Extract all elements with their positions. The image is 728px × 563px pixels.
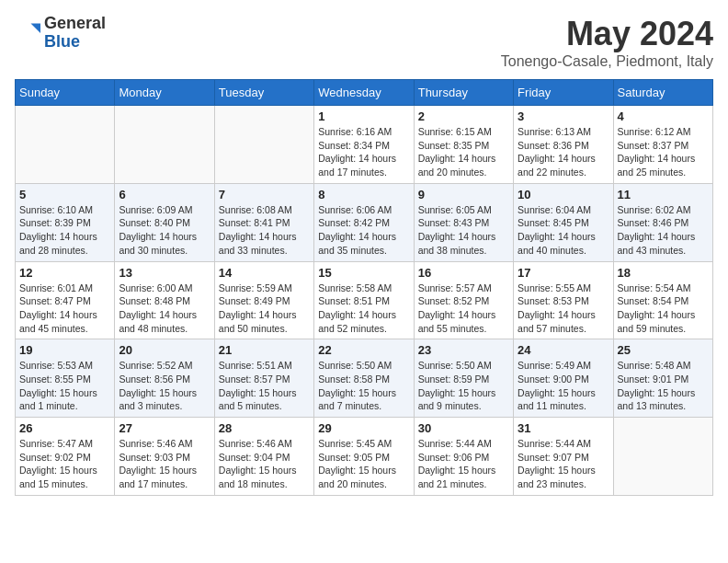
day-info: Sunrise: 6:16 AM Sunset: 8:34 PM Dayligh… xyxy=(318,125,409,179)
calendar-table: SundayMondayTuesdayWednesdayThursdayFrid… xyxy=(15,79,713,496)
month-year-title: May 2024 xyxy=(501,15,713,53)
calendar-day-cell: 25Sunrise: 5:48 AM Sunset: 9:01 PM Dayli… xyxy=(613,339,712,418)
day-info: Sunrise: 6:01 AM Sunset: 8:47 PM Dayligh… xyxy=(19,282,110,336)
day-number: 1 xyxy=(318,109,409,123)
calendar-day-cell: 20Sunrise: 5:52 AM Sunset: 8:56 PM Dayli… xyxy=(115,339,214,418)
calendar-day-cell: 8Sunrise: 6:06 AM Sunset: 8:42 PM Daylig… xyxy=(314,183,414,261)
day-info: Sunrise: 5:46 AM Sunset: 9:04 PM Dayligh… xyxy=(219,437,310,491)
day-info: Sunrise: 6:13 AM Sunset: 8:36 PM Dayligh… xyxy=(518,125,609,179)
day-number: 19 xyxy=(19,343,110,357)
day-number: 14 xyxy=(219,266,310,280)
logo-text: General Blue xyxy=(44,15,106,52)
day-info: Sunrise: 6:08 AM Sunset: 8:41 PM Dayligh… xyxy=(219,203,310,258)
day-number: 8 xyxy=(318,188,409,201)
day-number: 10 xyxy=(518,188,609,201)
day-number: 6 xyxy=(119,188,210,201)
day-info: Sunrise: 5:47 AM Sunset: 9:02 PM Dayligh… xyxy=(19,437,110,491)
weekday-header-wednesday: Wednesday xyxy=(314,80,414,106)
day-number: 26 xyxy=(19,421,110,435)
calendar-day-cell: 5Sunrise: 6:10 AM Sunset: 8:39 PM Daylig… xyxy=(16,183,115,261)
day-info: Sunrise: 5:48 AM Sunset: 9:01 PM Dayligh… xyxy=(618,359,709,413)
calendar-week-row: 19Sunrise: 5:53 AM Sunset: 8:55 PM Dayli… xyxy=(16,339,713,418)
day-number: 2 xyxy=(418,109,509,123)
calendar-day-cell: 9Sunrise: 6:05 AM Sunset: 8:43 PM Daylig… xyxy=(414,183,513,261)
page-header: General Blue May 2024 Tonengo-Casale, Pi… xyxy=(15,15,713,70)
day-number: 28 xyxy=(219,421,310,435)
calendar-week-row: 26Sunrise: 5:47 AM Sunset: 9:02 PM Dayli… xyxy=(16,418,713,496)
day-info: Sunrise: 5:46 AM Sunset: 9:03 PM Dayligh… xyxy=(119,437,210,491)
day-info: Sunrise: 5:50 AM Sunset: 8:59 PM Dayligh… xyxy=(418,359,509,413)
calendar-day-cell xyxy=(613,418,712,496)
location-subtitle: Tonengo-Casale, Piedmont, Italy xyxy=(501,53,713,70)
calendar-week-row: 1Sunrise: 6:16 AM Sunset: 8:34 PM Daylig… xyxy=(16,106,713,184)
day-info: Sunrise: 6:10 AM Sunset: 8:39 PM Dayligh… xyxy=(19,203,110,258)
calendar-day-cell: 2Sunrise: 6:15 AM Sunset: 8:35 PM Daylig… xyxy=(414,106,513,184)
day-info: Sunrise: 5:50 AM Sunset: 8:58 PM Dayligh… xyxy=(318,359,409,413)
day-info: Sunrise: 6:15 AM Sunset: 8:35 PM Dayligh… xyxy=(418,125,509,179)
day-info: Sunrise: 5:54 AM Sunset: 8:54 PM Dayligh… xyxy=(618,282,709,336)
day-info: Sunrise: 5:59 AM Sunset: 8:49 PM Dayligh… xyxy=(219,282,310,336)
calendar-day-cell: 3Sunrise: 6:13 AM Sunset: 8:36 PM Daylig… xyxy=(514,106,613,184)
weekday-header-saturday: Saturday xyxy=(613,80,712,106)
day-number: 23 xyxy=(418,343,509,357)
day-info: Sunrise: 6:09 AM Sunset: 8:40 PM Dayligh… xyxy=(119,203,210,258)
calendar-day-cell: 14Sunrise: 5:59 AM Sunset: 8:49 PM Dayli… xyxy=(214,261,313,339)
day-number: 12 xyxy=(19,266,110,280)
day-number: 30 xyxy=(418,421,509,435)
calendar-day-cell: 6Sunrise: 6:09 AM Sunset: 8:40 PM Daylig… xyxy=(115,183,214,261)
day-info: Sunrise: 5:55 AM Sunset: 8:53 PM Dayligh… xyxy=(518,282,609,336)
calendar-day-cell: 10Sunrise: 6:04 AM Sunset: 8:45 PM Dayli… xyxy=(514,183,613,261)
day-number: 7 xyxy=(219,188,310,201)
day-info: Sunrise: 5:52 AM Sunset: 8:56 PM Dayligh… xyxy=(119,359,210,413)
calendar-day-cell: 29Sunrise: 5:45 AM Sunset: 9:05 PM Dayli… xyxy=(314,418,414,496)
day-number: 25 xyxy=(618,343,709,357)
day-info: Sunrise: 6:00 AM Sunset: 8:48 PM Dayligh… xyxy=(119,282,210,336)
calendar-day-cell xyxy=(115,106,214,184)
calendar-day-cell: 28Sunrise: 5:46 AM Sunset: 9:04 PM Dayli… xyxy=(214,418,313,496)
logo-blue: Blue xyxy=(44,33,106,52)
calendar-day-cell: 27Sunrise: 5:46 AM Sunset: 9:03 PM Dayli… xyxy=(115,418,214,496)
calendar-day-cell: 1Sunrise: 6:16 AM Sunset: 8:34 PM Daylig… xyxy=(314,106,414,184)
day-info: Sunrise: 5:49 AM Sunset: 9:00 PM Dayligh… xyxy=(518,359,609,413)
calendar-day-cell: 16Sunrise: 5:57 AM Sunset: 8:52 PM Dayli… xyxy=(414,261,513,339)
calendar-day-cell: 22Sunrise: 5:50 AM Sunset: 8:58 PM Dayli… xyxy=(314,339,414,418)
day-number: 27 xyxy=(119,421,210,435)
day-number: 3 xyxy=(518,109,609,123)
calendar-day-cell: 4Sunrise: 6:12 AM Sunset: 8:37 PM Daylig… xyxy=(613,106,712,184)
day-info: Sunrise: 5:45 AM Sunset: 9:05 PM Dayligh… xyxy=(318,437,409,491)
day-number: 4 xyxy=(618,109,709,123)
day-info: Sunrise: 6:04 AM Sunset: 8:45 PM Dayligh… xyxy=(518,203,609,258)
day-info: Sunrise: 5:57 AM Sunset: 8:52 PM Dayligh… xyxy=(418,282,509,336)
weekday-header-friday: Friday xyxy=(514,80,613,106)
calendar-day-cell: 17Sunrise: 5:55 AM Sunset: 8:53 PM Dayli… xyxy=(514,261,613,339)
day-info: Sunrise: 6:02 AM Sunset: 8:46 PM Dayligh… xyxy=(618,203,709,258)
calendar-day-cell: 7Sunrise: 6:08 AM Sunset: 8:41 PM Daylig… xyxy=(214,183,313,261)
weekday-header-tuesday: Tuesday xyxy=(214,80,313,106)
weekday-header-sunday: Sunday xyxy=(16,80,115,106)
day-number: 5 xyxy=(19,188,110,201)
svg-marker-0 xyxy=(31,23,41,33)
calendar-day-cell: 15Sunrise: 5:58 AM Sunset: 8:51 PM Dayli… xyxy=(314,261,414,339)
calendar-day-cell xyxy=(16,106,115,184)
day-info: Sunrise: 6:12 AM Sunset: 8:37 PM Dayligh… xyxy=(618,125,709,179)
day-info: Sunrise: 5:44 AM Sunset: 9:07 PM Dayligh… xyxy=(518,437,609,491)
calendar-day-cell: 24Sunrise: 5:49 AM Sunset: 9:00 PM Dayli… xyxy=(514,339,613,418)
weekday-header-monday: Monday xyxy=(115,80,214,106)
day-info: Sunrise: 6:06 AM Sunset: 8:42 PM Dayligh… xyxy=(318,203,409,258)
calendar-day-cell: 23Sunrise: 5:50 AM Sunset: 8:59 PM Dayli… xyxy=(414,339,513,418)
day-number: 15 xyxy=(318,266,409,280)
day-info: Sunrise: 5:58 AM Sunset: 8:51 PM Dayligh… xyxy=(318,282,409,336)
calendar-day-cell xyxy=(214,106,313,184)
weekday-header-thursday: Thursday xyxy=(414,80,513,106)
day-info: Sunrise: 6:05 AM Sunset: 8:43 PM Dayligh… xyxy=(418,203,509,258)
calendar-day-cell: 31Sunrise: 5:44 AM Sunset: 9:07 PM Dayli… xyxy=(514,418,613,496)
general-blue-logo-icon xyxy=(15,20,40,46)
calendar-week-row: 12Sunrise: 6:01 AM Sunset: 8:47 PM Dayli… xyxy=(16,261,713,339)
title-block: May 2024 Tonengo-Casale, Piedmont, Italy xyxy=(501,15,713,70)
calendar-day-cell: 21Sunrise: 5:51 AM Sunset: 8:57 PM Dayli… xyxy=(214,339,313,418)
calendar-day-cell: 13Sunrise: 6:00 AM Sunset: 8:48 PM Dayli… xyxy=(115,261,214,339)
calendar-week-row: 5Sunrise: 6:10 AM Sunset: 8:39 PM Daylig… xyxy=(16,183,713,261)
calendar-day-cell: 26Sunrise: 5:47 AM Sunset: 9:02 PM Dayli… xyxy=(16,418,115,496)
day-number: 31 xyxy=(518,421,609,435)
calendar-day-cell: 12Sunrise: 6:01 AM Sunset: 8:47 PM Dayli… xyxy=(16,261,115,339)
